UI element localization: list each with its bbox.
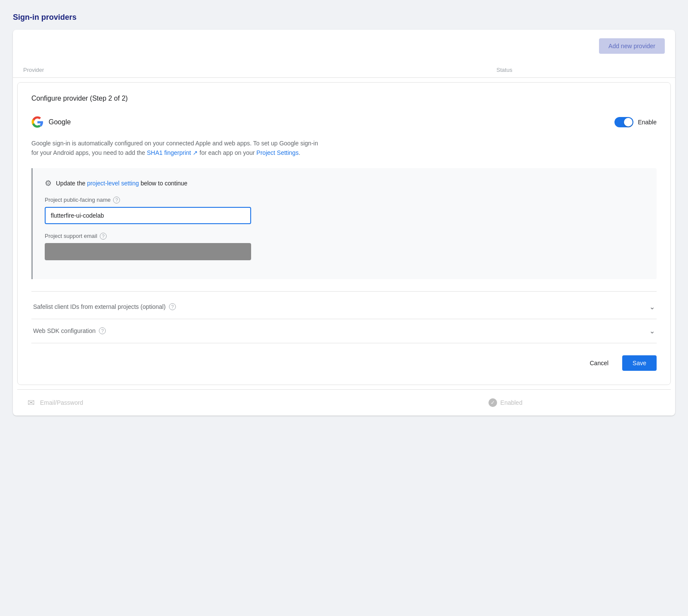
web-sdk-help-icon[interactable]: ?	[99, 327, 106, 334]
save-button[interactable]: Save	[622, 355, 657, 371]
enable-label: Enable	[638, 119, 657, 126]
project-name-field-group: Project public-facing name ?	[45, 197, 645, 224]
toggle-knob	[624, 118, 633, 126]
google-logo-icon	[31, 116, 43, 128]
project-settings-link[interactable]: Project Settings	[256, 149, 298, 156]
enabled-label: Enabled	[501, 399, 522, 406]
provider-header: Google Enable	[31, 116, 657, 128]
safelist-label: Safelist client IDs from external projec…	[33, 303, 176, 310]
project-email-input[interactable]	[45, 243, 251, 260]
enabled-badge: ✓ Enabled	[350, 398, 661, 407]
toggle-row: Enable	[614, 117, 657, 127]
page-container: Sign-in providers Add new provider Provi…	[13, 13, 675, 416]
divider	[31, 291, 657, 292]
sha1-link[interactable]: SHA1 fingerprint ↗	[147, 149, 198, 156]
email-password-row: ✉ Email/Password ✓ Enabled	[17, 389, 671, 416]
settings-panel-title: Update the project-level setting below t…	[56, 180, 187, 187]
settings-panel: ⚙ Update the project-level setting below…	[31, 168, 657, 279]
provider-name-row: Google	[31, 116, 71, 128]
safelist-collapsible[interactable]: Safelist client IDs from external projec…	[31, 295, 657, 319]
email-icon: ✉	[28, 397, 35, 408]
action-bar: Cancel Save	[31, 355, 657, 371]
web-sdk-label: Web SDK configuration ?	[33, 327, 106, 334]
col-status-header: Status	[344, 67, 665, 73]
configure-card: Configure provider (Step 2 of 2) Google	[17, 82, 671, 385]
add-provider-button[interactable]: Add new provider	[599, 38, 665, 54]
page-title: Sign-in providers	[13, 13, 675, 22]
gear-icon: ⚙	[45, 179, 52, 188]
settings-panel-header: ⚙ Update the project-level setting below…	[45, 179, 645, 188]
configure-title: Configure provider (Step 2 of 2)	[31, 95, 657, 102]
top-bar: Add new provider	[13, 30, 675, 62]
project-level-link[interactable]: project-level setting	[87, 180, 139, 187]
safelist-chevron-icon: ⌄	[649, 303, 655, 311]
email-password-label: Email/Password	[40, 399, 350, 406]
project-email-label: Project support email ?	[45, 233, 645, 240]
project-email-help-icon[interactable]: ?	[100, 233, 107, 240]
table-header: Provider Status	[13, 62, 675, 78]
cancel-button[interactable]: Cancel	[583, 355, 615, 371]
project-name-help-icon[interactable]: ?	[113, 197, 120, 203]
check-circle-icon: ✓	[488, 398, 497, 407]
safelist-help-icon[interactable]: ?	[169, 303, 176, 310]
web-sdk-collapsible[interactable]: Web SDK configuration ? ⌄	[31, 319, 657, 343]
web-sdk-chevron-icon: ⌄	[649, 327, 655, 335]
enable-toggle[interactable]	[614, 117, 633, 127]
description-text: Google sign-in is automatically configur…	[31, 139, 324, 158]
provider-name-label: Google	[49, 118, 71, 126]
project-email-field-group: Project support email ?	[45, 233, 645, 260]
project-name-label: Project public-facing name ?	[45, 197, 645, 203]
project-name-input[interactable]	[45, 207, 251, 224]
col-provider-header: Provider	[23, 67, 344, 73]
outer-card: Add new provider Provider Status Configu…	[13, 30, 675, 416]
